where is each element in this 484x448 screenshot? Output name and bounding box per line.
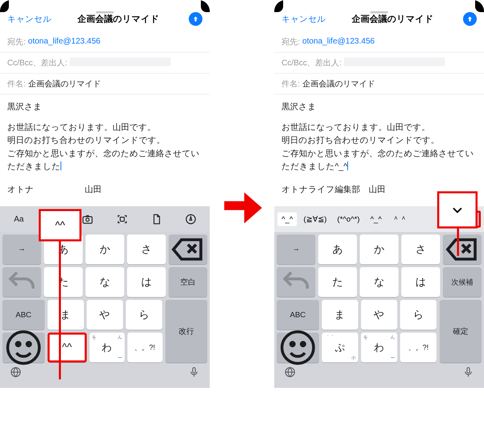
kaomoji-key[interactable]: ^^	[48, 333, 87, 362]
kana-ya-key[interactable]: や	[361, 300, 397, 330]
cc-redacted	[344, 57, 445, 66]
subject-field[interactable]: 件名: 企画会議のリマイド	[274, 73, 484, 94]
message-body[interactable]: 黒沢さま お世話になっております。山田です。 明日のお打ち合わせのリマインドです…	[0, 94, 210, 184]
signature-line: オトナ 山田	[0, 184, 210, 197]
emoji-key[interactable]	[2, 333, 45, 363]
kana-na-key[interactable]: な	[360, 267, 398, 297]
svg-point-7	[17, 342, 20, 346]
confirm-key[interactable]: 確定	[440, 300, 482, 363]
cc-field[interactable]: Cc/Bcc、差出人:	[274, 52, 484, 73]
kana-ra-key[interactable]: ら	[400, 300, 436, 330]
body-text: お世話になっております。山田です。 明日のお打ち合わせのリマインドです。 ご存知…	[7, 121, 202, 173]
kana-ta-key[interactable]: た	[44, 267, 83, 297]
cc-redacted	[70, 57, 171, 66]
mic-icon	[462, 366, 474, 378]
kana-sa-key[interactable]: さ	[401, 234, 440, 264]
text-cursor	[60, 161, 61, 170]
enter-key[interactable]: 改行	[165, 300, 208, 363]
to-field[interactable]: 宛先: otona_life@123.456	[274, 31, 484, 52]
emoji-key[interactable]	[277, 333, 319, 363]
space-key[interactable]: 空白	[169, 267, 207, 297]
next-candidate-key[interactable]: 次候補	[443, 267, 482, 297]
undo-icon	[277, 263, 315, 301]
markup-icon	[185, 213, 197, 225]
body-text: お世話になっております。山田です。 明日のお打ち合わせのリマインドです。 ご存知…	[282, 121, 477, 173]
backspace-key[interactable]	[169, 234, 207, 264]
subject-value: 企画会議のリマイド	[302, 78, 375, 89]
markup-button[interactable]	[174, 213, 208, 225]
undo-key[interactable]	[277, 267, 315, 297]
kana-sa-key[interactable]: さ	[127, 234, 166, 264]
scan-button[interactable]	[105, 213, 139, 225]
kana-ma-key[interactable]: ま	[48, 300, 84, 330]
kana-ra-key[interactable]: ら	[126, 300, 162, 330]
punct-key[interactable]: 、。?!	[400, 333, 436, 362]
send-button[interactable]	[189, 12, 202, 26]
dictation-key[interactable]	[462, 366, 474, 380]
kaomoji-popup: ^^	[39, 209, 81, 241]
kana-ka-key[interactable]: か	[86, 234, 124, 264]
subject-label: 件名:	[7, 78, 26, 89]
candidate-4[interactable]: ^_^	[366, 212, 386, 226]
backspace-icon	[443, 230, 482, 269]
cancel-button[interactable]: キャンセル	[282, 13, 326, 25]
kana-ta-key[interactable]: た	[318, 267, 357, 297]
kana-na-key[interactable]: な	[86, 267, 124, 297]
subject-value: 企画会議のリマイド	[28, 78, 101, 89]
svg-rect-15	[467, 367, 469, 373]
to-label: 宛先:	[282, 36, 300, 47]
kana-ha-key[interactable]: は	[127, 267, 166, 297]
undo-icon	[2, 263, 41, 301]
send-button[interactable]	[463, 12, 477, 26]
keyboard: → あ か さ た な は 次候補 ABC ま	[274, 232, 484, 388]
kana-a-key[interactable]: あ	[318, 234, 357, 264]
phone-right: キャンセル 企画会議のリマイド 宛先: otona_life@123.456 C…	[274, 0, 484, 448]
kana-ha-key[interactable]: は	[401, 267, 440, 297]
text-cursor	[347, 161, 348, 170]
candidate-1[interactable]: ^_^	[277, 212, 297, 226]
subject-field[interactable]: 件名: 企画会議のリマイド	[0, 73, 210, 94]
abc-key[interactable]: ABC	[2, 300, 45, 330]
tab-key[interactable]: →	[2, 234, 41, 264]
scan-icon	[116, 213, 128, 225]
cc-field[interactable]: Cc/Bcc、差出人:	[0, 52, 210, 73]
arrow-up-icon	[192, 15, 199, 23]
to-value: otona_life@123.456	[302, 36, 375, 47]
svg-point-11	[282, 332, 313, 363]
sheet-grabber[interactable]	[96, 11, 114, 13]
camera-icon	[81, 213, 94, 225]
arrow-up-icon	[466, 15, 474, 23]
candidate-3[interactable]: (*^o^*)	[333, 212, 364, 226]
globe-key[interactable]	[10, 366, 22, 380]
kana-ya-key[interactable]: や	[87, 300, 123, 330]
sheet-grabber[interactable]	[370, 11, 388, 13]
punct-key[interactable]: 、。?!	[127, 333, 163, 362]
message-body[interactable]: 黒沢さま お世話になっております。山田です。 明日のお打ち合わせのリマインドです…	[274, 94, 484, 184]
to-value: otona_life@123.456	[28, 36, 100, 47]
candidate-2[interactable]: (≧∀≦)	[299, 212, 331, 226]
cancel-button[interactable]: キャンセル	[7, 13, 52, 25]
subject-label: 件名:	[282, 78, 300, 89]
kana-wa-key[interactable]: を ん ー わ	[361, 333, 397, 362]
dictation-key[interactable]	[188, 366, 200, 380]
undo-key[interactable]	[2, 267, 41, 297]
emoji-icon	[2, 327, 45, 369]
cc-label: Cc/Bcc、差出人:	[7, 57, 67, 68]
kana-ma-key[interactable]: ま	[322, 300, 358, 330]
cc-label: Cc/Bcc、差出人:	[282, 57, 342, 68]
phone-left: キャンセル 企画会議のリマイド 宛先: otona_life@123.456 C…	[0, 0, 210, 448]
kana-wa-key[interactable]: を ん ー わ	[90, 333, 125, 362]
candidate-5[interactable]: ＾＾	[388, 211, 411, 227]
compose-title: 企画会議のリマイド	[52, 13, 185, 25]
kaomoji-popup-text: ^^	[55, 219, 65, 232]
globe-key[interactable]	[284, 366, 296, 380]
format-aa-button[interactable]: Aa	[2, 214, 36, 224]
backspace-key[interactable]	[443, 234, 482, 264]
tab-key[interactable]: →	[277, 234, 315, 264]
kana-ka-key[interactable]: か	[360, 234, 398, 264]
to-field[interactable]: 宛先: otona_life@123.456	[0, 31, 210, 52]
file-button[interactable]	[139, 213, 173, 225]
body-greeting: 黒沢さま	[282, 100, 477, 113]
abc-key[interactable]: ABC	[277, 300, 319, 330]
dakuten-key[interactable]: ゛゜ 小 ぷ	[322, 333, 358, 362]
